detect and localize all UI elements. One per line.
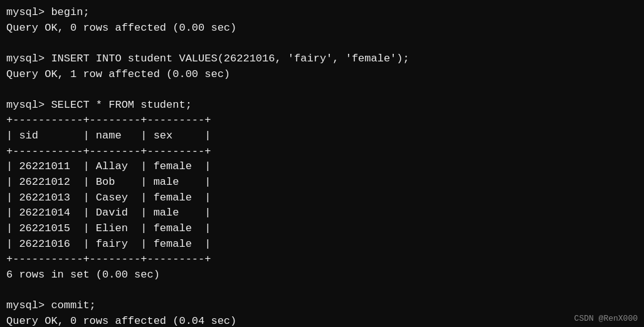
terminal-line: [6, 283, 638, 299]
terminal-line: mysql> SELECT * FROM student;: [6, 98, 638, 113]
terminal-line: Query OK, 0 rows affected (0.04 sec): [6, 314, 638, 327]
terminal-line: mysql> INSERT INTO student VALUES(262210…: [6, 51, 638, 67]
terminal-line: | 26221016 | fairy | female |: [6, 237, 638, 252]
terminal-line: Query OK, 1 row affected (0.00 sec): [6, 67, 638, 83]
terminal-line: 6 rows in set (0.00 sec): [6, 267, 638, 283]
terminal-line: mysql> commit;: [6, 298, 638, 314]
terminal-line: mysql> begin;: [6, 5, 638, 21]
terminal-line: [6, 82, 638, 98]
terminal-line: | 26221015 | Elien | female |: [6, 221, 638, 237]
terminal-line: +-----------+--------+---------+: [6, 113, 638, 128]
terminal-line: | 26221013 | Casey | female |: [6, 190, 638, 206]
terminal-window: mysql> begin;Query OK, 0 rows affected (…: [0, 0, 644, 327]
terminal-line: | 26221014 | David | male |: [6, 205, 638, 221]
terminal-line: | 26221012 | Bob | male |: [6, 175, 638, 190]
terminal-line: [6, 36, 638, 51]
terminal-line: Query OK, 0 rows affected (0.00 sec): [6, 21, 638, 36]
terminal-line: +-----------+--------+---------+: [6, 144, 638, 160]
watermark: CSDN @RenX000: [574, 314, 638, 323]
terminal-line: | sid | name | sex |: [6, 128, 638, 144]
terminal-line: | 26221011 | Allay | female |: [6, 159, 638, 175]
terminal-line: +-----------+--------+---------+: [6, 252, 638, 267]
